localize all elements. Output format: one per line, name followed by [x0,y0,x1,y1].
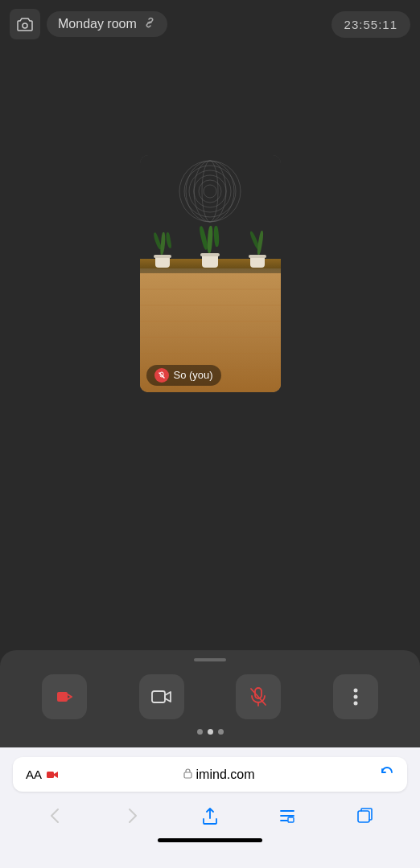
leaf [160,232,166,255]
home-indicator [158,838,262,842]
top-bar-left: Monday room [10,9,167,39]
back-icon [50,808,60,824]
browser-nav [0,792,420,835]
url-bar-left: AA [26,768,58,781]
plant-center [201,226,219,268]
plant-left [155,232,171,268]
leaf [165,232,171,249]
timer-display: 23:55:11 [331,11,410,38]
more-dots-icon [353,687,358,706]
page-dot-1 [197,729,203,735]
tabs-button[interactable] [349,800,381,832]
mute-indicator-icon [154,368,169,383]
wall-art-svg [178,159,242,223]
svg-rect-17 [57,692,68,702]
reload-icon [380,765,394,780]
svg-rect-25 [47,772,54,778]
video-content [140,155,281,392]
room-name-text: Monday room [58,17,137,31]
video-camera-icon [151,689,172,705]
plant-pot [250,256,265,268]
svg-point-2 [184,166,236,217]
share-link-icon [143,16,156,29]
bottom-toolbar [0,650,420,747]
plant-right [250,231,265,268]
plants-row [140,226,281,268]
user-name-label: So (you) [174,369,213,381]
video-card: So (you) [140,155,281,392]
link-icon [143,16,156,32]
svg-point-9 [186,161,234,222]
share-button[interactable] [194,800,226,832]
svg-point-3 [189,170,231,212]
room-name-pill[interactable]: Monday room [47,11,167,37]
leaf [213,226,220,247]
svg-point-23 [353,695,357,699]
toolbar-page-dots [0,729,420,735]
svg-point-24 [353,702,357,706]
back-button[interactable] [39,800,71,832]
user-label: So (you) [146,365,221,386]
reload-button[interactable] [380,765,394,784]
forward-icon [128,808,138,824]
page-dot-3 [218,729,224,735]
svg-point-22 [353,689,357,693]
leaf [257,231,265,255]
page-dot-2 [208,729,213,735]
plant-leaves-right [253,231,262,255]
recording-indicator-icon [47,768,58,781]
svg-point-6 [204,185,216,198]
leave-button[interactable] [42,674,87,719]
record-icon [47,771,58,779]
video-area: So (you) [0,48,420,498]
lock-icon [183,768,192,781]
camera-icon [17,17,33,31]
svg-point-1 [179,161,241,222]
bookmarks-icon [279,809,295,823]
microphone-muted-icon [249,687,267,706]
mic-off-icon [158,371,166,379]
tabs-icon [357,808,373,824]
share-icon [203,807,217,825]
leaf [207,226,214,253]
forward-button[interactable] [117,800,149,832]
svg-rect-18 [152,691,165,702]
plant-pot [155,256,170,268]
svg-rect-26 [184,772,191,778]
url-bar[interactable]: AA imind.com [13,757,407,792]
plant-leaves-left [155,232,171,255]
top-bar: Monday room 23:55:11 [0,0,420,48]
svg-rect-27 [288,817,294,822]
plant-leaves-center [201,226,219,253]
plant-pot [202,255,218,268]
ssl-lock-icon [183,768,192,779]
camera-toggle-button[interactable] [139,674,184,719]
toolbar-drag-handle[interactable] [194,658,226,661]
bookmarks-button[interactable] [271,800,303,832]
leave-call-icon [55,687,74,706]
svg-rect-28 [358,811,369,822]
camera-icon-button[interactable] [10,9,40,39]
aa-text[interactable]: AA [26,768,42,781]
svg-point-0 [23,23,27,28]
browser-bar: AA imind.com [0,747,420,868]
more-options-button[interactable] [333,674,378,719]
url-center: imind.com [58,768,380,782]
url-domain: imind.com [196,768,255,782]
svg-point-7 [202,161,218,222]
toolbar-buttons [0,674,420,719]
mute-button[interactable] [236,674,281,719]
